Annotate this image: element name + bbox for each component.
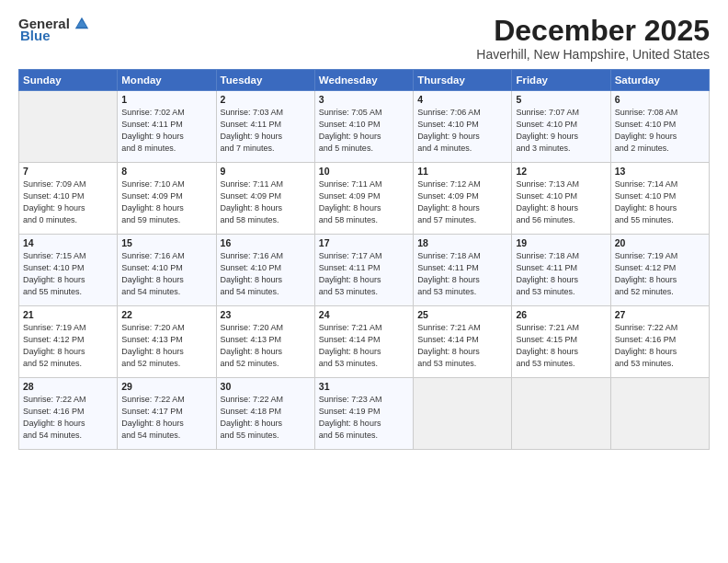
day-number: 29: [121, 381, 211, 392]
day-info: Sunrise: 7:14 AM Sunset: 4:10 PM Dayligh…: [615, 178, 705, 226]
day-number: 12: [516, 166, 606, 177]
day-number: 28: [23, 381, 113, 392]
logo-icon: [74, 15, 90, 31]
day-number: 23: [221, 309, 311, 320]
day-info: Sunrise: 7:19 AM Sunset: 4:12 PM Dayligh…: [23, 322, 113, 370]
day-cell: [610, 378, 709, 450]
day-info: Sunrise: 7:11 AM Sunset: 4:09 PM Dayligh…: [221, 178, 311, 226]
day-info: Sunrise: 7:18 AM Sunset: 4:11 PM Dayligh…: [417, 250, 507, 298]
day-info: Sunrise: 7:03 AM Sunset: 4:11 PM Dayligh…: [221, 107, 311, 155]
day-cell: 16Sunrise: 7:16 AM Sunset: 4:10 PM Dayli…: [216, 235, 314, 306]
header-row: SundayMondayTuesdayWednesdayThursdayFrid…: [19, 70, 710, 91]
day-info: Sunrise: 7:16 AM Sunset: 4:10 PM Dayligh…: [221, 250, 311, 298]
day-info: Sunrise: 7:20 AM Sunset: 4:13 PM Dayligh…: [221, 322, 311, 370]
day-info: Sunrise: 7:09 AM Sunset: 4:10 PM Dayligh…: [23, 178, 113, 226]
day-number: 30: [221, 381, 311, 392]
day-info: Sunrise: 7:12 AM Sunset: 4:09 PM Dayligh…: [417, 178, 507, 226]
day-number: 15: [121, 237, 211, 248]
page: General Blue December 2025 Haverhill, Ne…: [0, 0, 728, 563]
week-row-1: 1Sunrise: 7:02 AM Sunset: 4:11 PM Daylig…: [19, 91, 710, 163]
day-number: 24: [319, 309, 409, 320]
day-number: 31: [319, 381, 409, 392]
week-row-2: 7Sunrise: 7:09 AM Sunset: 4:10 PM Daylig…: [19, 163, 710, 235]
day-info: Sunrise: 7:06 AM Sunset: 4:10 PM Dayligh…: [417, 107, 507, 155]
day-number: 6: [615, 94, 705, 105]
day-info: Sunrise: 7:22 AM Sunset: 4:17 PM Dayligh…: [121, 394, 211, 442]
day-info: Sunrise: 7:10 AM Sunset: 4:09 PM Dayligh…: [121, 178, 211, 226]
day-number: 16: [221, 237, 311, 248]
title-block: December 2025 Haverhill, New Hampshire, …: [476, 15, 710, 62]
day-cell: 20Sunrise: 7:19 AM Sunset: 4:12 PM Dayli…: [610, 235, 709, 306]
day-info: Sunrise: 7:21 AM Sunset: 4:15 PM Dayligh…: [516, 322, 606, 370]
day-cell: 29Sunrise: 7:22 AM Sunset: 4:17 PM Dayli…: [118, 378, 216, 450]
day-number: 1: [121, 94, 211, 105]
day-cell: 26Sunrise: 7:21 AM Sunset: 4:15 PM Dayli…: [512, 306, 610, 378]
col-header-sunday: Sunday: [19, 70, 118, 91]
day-info: Sunrise: 7:13 AM Sunset: 4:10 PM Dayligh…: [516, 178, 606, 226]
day-cell: 24Sunrise: 7:21 AM Sunset: 4:14 PM Dayli…: [314, 306, 413, 378]
day-number: 20: [615, 237, 705, 248]
day-number: 27: [615, 309, 705, 320]
day-number: 14: [23, 237, 113, 248]
day-number: 2: [221, 94, 311, 105]
day-cell: 28Sunrise: 7:22 AM Sunset: 4:16 PM Dayli…: [19, 378, 118, 450]
day-cell: 1Sunrise: 7:02 AM Sunset: 4:11 PM Daylig…: [118, 91, 216, 163]
day-cell: 10Sunrise: 7:11 AM Sunset: 4:09 PM Dayli…: [314, 163, 413, 235]
day-info: Sunrise: 7:11 AM Sunset: 4:09 PM Dayligh…: [319, 178, 409, 226]
day-info: Sunrise: 7:15 AM Sunset: 4:10 PM Dayligh…: [23, 250, 113, 298]
calendar-table: SundayMondayTuesdayWednesdayThursdayFrid…: [18, 69, 710, 450]
day-cell: 19Sunrise: 7:18 AM Sunset: 4:11 PM Dayli…: [512, 235, 610, 306]
day-cell: 30Sunrise: 7:22 AM Sunset: 4:18 PM Dayli…: [216, 378, 314, 450]
day-number: 7: [23, 166, 113, 177]
logo: General Blue: [18, 15, 90, 43]
day-info: Sunrise: 7:05 AM Sunset: 4:10 PM Dayligh…: [319, 107, 409, 155]
day-number: 26: [516, 309, 606, 320]
day-number: 22: [121, 309, 211, 320]
day-cell: 13Sunrise: 7:14 AM Sunset: 4:10 PM Dayli…: [610, 163, 709, 235]
day-cell: 22Sunrise: 7:20 AM Sunset: 4:13 PM Dayli…: [118, 306, 216, 378]
day-info: Sunrise: 7:21 AM Sunset: 4:14 PM Dayligh…: [417, 322, 507, 370]
day-cell: 3Sunrise: 7:05 AM Sunset: 4:10 PM Daylig…: [314, 91, 413, 163]
day-cell: 12Sunrise: 7:13 AM Sunset: 4:10 PM Dayli…: [512, 163, 610, 235]
day-info: Sunrise: 7:22 AM Sunset: 4:18 PM Dayligh…: [221, 394, 311, 442]
day-number: 25: [417, 309, 507, 320]
day-cell: 15Sunrise: 7:16 AM Sunset: 4:10 PM Dayli…: [118, 235, 216, 306]
day-info: Sunrise: 7:17 AM Sunset: 4:11 PM Dayligh…: [319, 250, 409, 298]
day-info: Sunrise: 7:08 AM Sunset: 4:10 PM Dayligh…: [615, 107, 705, 155]
day-cell: 14Sunrise: 7:15 AM Sunset: 4:10 PM Dayli…: [19, 235, 118, 306]
col-header-thursday: Thursday: [414, 70, 512, 91]
day-cell: 21Sunrise: 7:19 AM Sunset: 4:12 PM Dayli…: [19, 306, 118, 378]
day-info: Sunrise: 7:21 AM Sunset: 4:14 PM Dayligh…: [319, 322, 409, 370]
day-number: 10: [319, 166, 409, 177]
col-header-tuesday: Tuesday: [216, 70, 314, 91]
logo-blue: Blue: [20, 28, 51, 43]
day-cell: 7Sunrise: 7:09 AM Sunset: 4:10 PM Daylig…: [19, 163, 118, 235]
day-info: Sunrise: 7:18 AM Sunset: 4:11 PM Dayligh…: [516, 250, 606, 298]
day-cell: 23Sunrise: 7:20 AM Sunset: 4:13 PM Dayli…: [216, 306, 314, 378]
day-number: 9: [221, 166, 311, 177]
day-info: Sunrise: 7:02 AM Sunset: 4:11 PM Dayligh…: [121, 107, 211, 155]
day-number: 18: [417, 237, 507, 248]
day-cell: 2Sunrise: 7:03 AM Sunset: 4:11 PM Daylig…: [216, 91, 314, 163]
month-title: December 2025: [476, 15, 710, 47]
day-number: 3: [319, 94, 409, 105]
day-number: 19: [516, 237, 606, 248]
day-cell: 11Sunrise: 7:12 AM Sunset: 4:09 PM Dayli…: [414, 163, 512, 235]
day-number: 5: [516, 94, 606, 105]
col-header-friday: Friday: [512, 70, 610, 91]
day-cell: 5Sunrise: 7:07 AM Sunset: 4:10 PM Daylig…: [512, 91, 610, 163]
day-info: Sunrise: 7:23 AM Sunset: 4:19 PM Dayligh…: [319, 394, 409, 442]
day-cell: 9Sunrise: 7:11 AM Sunset: 4:09 PM Daylig…: [216, 163, 314, 235]
col-header-wednesday: Wednesday: [314, 70, 413, 91]
day-number: 11: [417, 166, 507, 177]
day-info: Sunrise: 7:16 AM Sunset: 4:10 PM Dayligh…: [121, 250, 211, 298]
day-cell: 27Sunrise: 7:22 AM Sunset: 4:16 PM Dayli…: [610, 306, 709, 378]
day-cell: 17Sunrise: 7:17 AM Sunset: 4:11 PM Dayli…: [314, 235, 413, 306]
day-info: Sunrise: 7:22 AM Sunset: 4:16 PM Dayligh…: [23, 394, 113, 442]
day-info: Sunrise: 7:19 AM Sunset: 4:12 PM Dayligh…: [615, 250, 705, 298]
header: General Blue December 2025 Haverhill, Ne…: [18, 15, 710, 62]
day-cell: [512, 378, 610, 450]
day-number: 4: [417, 94, 507, 105]
day-cell: 31Sunrise: 7:23 AM Sunset: 4:19 PM Dayli…: [314, 378, 413, 450]
day-number: 13: [615, 166, 705, 177]
